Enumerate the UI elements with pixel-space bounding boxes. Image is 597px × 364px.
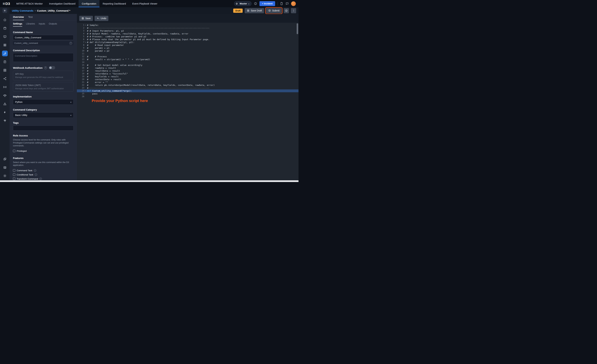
feature-checkbox[interactable] bbox=[13, 169, 15, 172]
code-line[interactable]: 19# keyfields = result bbox=[77, 75, 298, 78]
code-line[interactable]: 15# # Set Output model value accordingly bbox=[77, 64, 298, 67]
integrations-icon[interactable] bbox=[2, 42, 8, 48]
command-description-input[interactable] bbox=[13, 53, 73, 62]
code-line[interactable]: 11 bbox=[77, 52, 298, 55]
code-line[interactable]: 3# # Input Parameters: p1, p2 bbox=[77, 30, 298, 32]
jwt-card[interactable]: JSON Web Token (JWT) Manage secret keys … bbox=[13, 82, 73, 91]
fold-marker-icon[interactable]: ▾ bbox=[84, 41, 87, 44]
code-line[interactable]: 24▾def Custom_utility_command(*args): bbox=[77, 89, 298, 92]
d3-logo[interactable]: D3 bbox=[0, 0, 13, 7]
nav-item[interactable]: Event Playbook Viewer bbox=[129, 0, 161, 7]
user-avatar[interactable] bbox=[291, 1, 296, 6]
code-line[interactable]: 1▾# Sample: bbox=[77, 24, 298, 27]
breadcrumb-parent-link[interactable]: Utility Commands bbox=[12, 9, 33, 12]
code-line[interactable]: 14 bbox=[77, 61, 298, 64]
broadcast-icon[interactable] bbox=[2, 84, 8, 90]
alert-pyramid-icon[interactable] bbox=[2, 101, 8, 107]
code-line[interactable]: 22# return pb.returnOutputModel(resultDa… bbox=[77, 84, 298, 87]
more-options-button[interactable] bbox=[291, 8, 296, 13]
fingerprint-icon[interactable] bbox=[2, 118, 8, 123]
nav-item[interactable]: Configuration bbox=[79, 0, 99, 7]
fold-marker-icon[interactable]: ▾ bbox=[84, 89, 87, 92]
webhook-auth-toggle[interactable] bbox=[49, 66, 55, 69]
utility-commands-icon[interactable] bbox=[2, 51, 8, 56]
command-category-select[interactable]: Basic Utility bbox=[13, 113, 73, 118]
data-stack-icon[interactable] bbox=[2, 67, 8, 73]
tab-overview[interactable]: Overview bbox=[13, 16, 24, 20]
code-line[interactable]: 13# result = str(param1) + " " + str(par… bbox=[77, 58, 298, 61]
save-draft-button[interactable]: Save Draft bbox=[245, 8, 264, 13]
webhook-help-icon[interactable] bbox=[44, 66, 47, 69]
privileged-checkbox-row[interactable]: Privileged bbox=[13, 149, 73, 153]
library-icon[interactable] bbox=[2, 165, 8, 170]
tags-input[interactable] bbox=[13, 126, 73, 131]
nav-item[interactable]: MITRE ATT&CK Monitor bbox=[13, 0, 46, 7]
sidebar-bottom-icons bbox=[2, 156, 8, 179]
scale-icon[interactable] bbox=[2, 93, 8, 98]
connections-icon[interactable] bbox=[2, 76, 8, 82]
code-line[interactable]: 4# # Output Model: rawData, resultData, … bbox=[77, 32, 298, 35]
code-line[interactable]: 12# # Process bbox=[77, 55, 298, 58]
privileged-checkbox[interactable] bbox=[13, 150, 15, 152]
feature-row[interactable]: Command Task bbox=[13, 168, 73, 173]
code-line[interactable]: 6# # Please note that the parameter p1 a… bbox=[77, 38, 298, 41]
code-line[interactable]: 20# contextData = result bbox=[77, 78, 298, 81]
info-icon[interactable] bbox=[35, 174, 37, 176]
subtab-outputs[interactable]: Outputs bbox=[49, 22, 57, 27]
settings-icon[interactable] bbox=[2, 173, 8, 179]
top-navbar: D3 MITRE ATT&CK MonitorInvestigation Das… bbox=[0, 0, 298, 7]
code-line[interactable]: 2#--------------------------------------… bbox=[77, 27, 298, 30]
annotation-text: Provide your Python script here bbox=[92, 99, 148, 103]
submit-button[interactable]: Submit bbox=[266, 8, 282, 13]
code-line[interactable]: 16# rawData = result bbox=[77, 67, 298, 69]
feature-row[interactable]: Conditional Task bbox=[13, 173, 73, 177]
schedule-icon[interactable] bbox=[2, 59, 8, 65]
feature-row[interactable]: Transform Command bbox=[13, 177, 73, 180]
windows-icon[interactable] bbox=[2, 156, 8, 162]
api-key-card[interactable]: API Key Manage and generate the API keys… bbox=[13, 71, 73, 80]
editor-save-button[interactable]: Save bbox=[79, 16, 93, 21]
code-line[interactable]: 23#-------------------------------------… bbox=[77, 87, 298, 89]
editor-scrollbar[interactable] bbox=[297, 23, 298, 34]
calendar-icon[interactable] bbox=[2, 25, 8, 31]
nav-item[interactable]: Investigation Dashboard bbox=[46, 0, 79, 7]
code-line[interactable]: 21# error = "" bbox=[77, 81, 298, 84]
code-line[interactable]: 9# param1 = p1 bbox=[77, 46, 298, 49]
code-line[interactable]: 25 pass bbox=[77, 92, 298, 95]
tenant-selector[interactable]: Master bbox=[234, 1, 251, 6]
code-line[interactable]: 8# # Read input parameter bbox=[77, 44, 298, 46]
nav-item[interactable]: Reporting Dashboard bbox=[99, 0, 129, 7]
code-line[interactable]: 10# param2 = p2 bbox=[77, 49, 298, 52]
code-area[interactable]: 1▾# Sample:2#---------------------------… bbox=[77, 23, 298, 180]
chat-icon[interactable] bbox=[286, 2, 289, 5]
back-arrow-button[interactable] bbox=[2, 8, 7, 13]
feature-checkbox[interactable] bbox=[13, 174, 15, 176]
document-icon[interactable] bbox=[280, 2, 283, 5]
home-icon[interactable] bbox=[2, 17, 8, 23]
features-list: Command TaskConditional TaskTransform Co… bbox=[13, 168, 73, 180]
history-button[interactable] bbox=[284, 8, 289, 13]
line-number: 24 bbox=[77, 89, 84, 92]
code-text: # def UtilityCommandSample2(p1, p2): bbox=[87, 41, 134, 44]
feature-checkbox[interactable] bbox=[13, 178, 15, 180]
implementation-select[interactable]: Python bbox=[13, 99, 73, 105]
code-line[interactable]: 26 bbox=[77, 95, 298, 98]
playbooks-icon[interactable] bbox=[2, 34, 8, 39]
help-icon[interactable] bbox=[69, 42, 72, 45]
code-line[interactable]: 7▾# def UtilityCommandSample2(p1, p2): bbox=[77, 41, 298, 44]
info-icon[interactable] bbox=[254, 2, 257, 5]
code-line[interactable]: 17# resultData = result bbox=[77, 69, 298, 72]
code-line[interactable]: 5# # Process: combine two parameter p1 a… bbox=[77, 35, 298, 38]
subtab-inputs[interactable]: Inputs bbox=[39, 22, 45, 27]
code-line[interactable]: 18# returnData = "Successful" bbox=[77, 72, 298, 75]
subtab-settings[interactable]: Settings bbox=[13, 22, 22, 27]
fold-marker-icon[interactable]: ▾ bbox=[84, 24, 87, 27]
tab-test[interactable]: Test bbox=[28, 16, 33, 20]
info-icon[interactable] bbox=[34, 169, 36, 172]
new-incident-button[interactable]: + Incident bbox=[259, 1, 275, 6]
editor-undo-button[interactable]: Undo bbox=[94, 16, 108, 21]
command-name-input[interactable] bbox=[13, 35, 73, 40]
info-icon[interactable] bbox=[39, 178, 42, 180]
automation-icon[interactable] bbox=[2, 109, 8, 115]
subtab-libraries[interactable]: Libraries bbox=[26, 22, 35, 27]
